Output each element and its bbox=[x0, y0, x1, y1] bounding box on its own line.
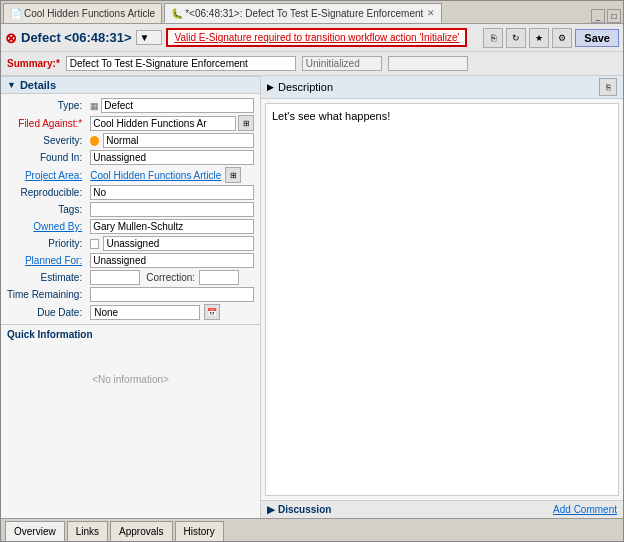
filed-against-field: Cool Hidden Functions Ar ⊞ bbox=[90, 115, 254, 131]
project-area-link[interactable]: Cool Hidden Functions Article bbox=[90, 170, 221, 181]
correction-label: Correction: bbox=[146, 272, 195, 283]
owned-by-label[interactable]: Owned By: bbox=[7, 221, 86, 232]
filed-against-label: Filed Against:* bbox=[7, 118, 86, 129]
type-field: ▦ Defect bbox=[90, 98, 254, 113]
title-bar: ⊗ Defect <06:48:31> ▼ Valid E-Signature … bbox=[1, 24, 623, 52]
estimate-label: Estimate: bbox=[7, 272, 86, 283]
summary-label: Summary:* bbox=[7, 58, 60, 69]
severity-select[interactable]: Normal bbox=[103, 133, 254, 148]
add-comment-link[interactable]: Add Comment bbox=[553, 504, 617, 515]
details-grid: Type: ▦ Defect Filed Against:* Cool Hidd… bbox=[1, 94, 260, 324]
summary-input[interactable] bbox=[66, 56, 296, 71]
due-date-label: Due Date: bbox=[7, 307, 86, 318]
priority-label: Priority: bbox=[7, 238, 86, 249]
type-label: Type: bbox=[7, 100, 86, 111]
tags-input[interactable] bbox=[90, 202, 254, 217]
article-tab-icon: 📄 bbox=[10, 8, 22, 19]
bookmark-toolbar-btn[interactable]: ★ bbox=[529, 28, 549, 48]
tab-overview-label: Overview bbox=[14, 526, 56, 537]
minimize-btn[interactable]: _ bbox=[591, 9, 605, 23]
discussion-arrow[interactable]: ▶ bbox=[267, 504, 275, 515]
description-header: ▶ Description ⎘ bbox=[261, 76, 623, 99]
tags-field bbox=[90, 202, 254, 217]
discussion-title: Discussion bbox=[278, 504, 331, 515]
description-collapse-arrow[interactable]: ▶ bbox=[267, 82, 274, 92]
owned-by-field: Gary Mullen-Schultz bbox=[90, 219, 254, 234]
left-panel: ▼ Details Type: ▦ Defect Filed Against:*… bbox=[1, 76, 261, 518]
found-in-select[interactable]: Unassigned bbox=[90, 150, 254, 165]
filed-against-browse-btn[interactable]: ⊞ bbox=[238, 115, 254, 131]
description-text: Let's see what happens! bbox=[272, 110, 390, 122]
correction-input[interactable] bbox=[199, 270, 239, 285]
details-section-title: Details bbox=[20, 79, 56, 91]
due-date-field: 📅 bbox=[90, 304, 254, 320]
found-in-field: Unassigned bbox=[90, 150, 254, 165]
tab-bar: 📄 Cool Hidden Functions Article 🐛 *<06:4… bbox=[1, 1, 623, 24]
status-extra-dropdown[interactable] bbox=[388, 56, 468, 71]
project-area-field: Cool Hidden Functions Article ⊞ bbox=[90, 167, 254, 183]
project-area-label[interactable]: Project Area: bbox=[7, 170, 86, 181]
tab-links[interactable]: Links bbox=[67, 521, 108, 541]
found-in-label: Found In: bbox=[7, 152, 86, 163]
right-panel: ▶ Description ⎘ Let's see what happens! … bbox=[261, 76, 623, 518]
details-section-header: ▼ Details bbox=[1, 76, 260, 94]
type-select[interactable]: Defect bbox=[101, 98, 254, 113]
validation-error-msg[interactable]: Valid E-Signature required to transition… bbox=[166, 28, 467, 47]
summary-bar: Summary:* Uninitialized bbox=[1, 52, 623, 76]
maximize-btn[interactable]: □ bbox=[607, 9, 621, 23]
defect-title: Defect <06:48:31> bbox=[21, 30, 132, 45]
discussion-label: ▶ Discussion bbox=[267, 504, 331, 515]
type-icon: ▦ bbox=[90, 101, 99, 111]
defect-tab-icon: 🐛 bbox=[171, 8, 183, 19]
defect-tab[interactable]: 🐛 *<06:48:31>: Defect To Test E-Signatur… bbox=[164, 3, 442, 23]
description-section-title: Description bbox=[278, 81, 333, 93]
priority-icon bbox=[90, 239, 99, 249]
quick-info-no-info: <No information> bbox=[7, 344, 254, 385]
status-dropdown[interactable]: Uninitialized bbox=[302, 56, 382, 71]
priority-select[interactable]: Unassigned bbox=[103, 236, 254, 251]
time-remaining-label: Time Remaining: bbox=[7, 289, 86, 300]
severity-field: Normal bbox=[90, 133, 254, 148]
tab-close-btn[interactable]: ✕ bbox=[427, 8, 435, 18]
reproducible-select[interactable]: No bbox=[90, 185, 254, 200]
defect-error-icon: ⊗ bbox=[5, 30, 17, 46]
project-area-btn[interactable]: ⊞ bbox=[225, 167, 241, 183]
discussion-section: ▶ Discussion Add Comment bbox=[261, 500, 623, 518]
details-collapse-arrow[interactable]: ▼ bbox=[7, 80, 16, 90]
time-remaining-field bbox=[90, 287, 254, 302]
refresh-toolbar-btn[interactable]: ↻ bbox=[506, 28, 526, 48]
time-remaining-input[interactable] bbox=[90, 287, 254, 302]
gear-toolbar-btn[interactable]: ⚙ bbox=[552, 28, 572, 48]
tab-history-label: History bbox=[184, 526, 215, 537]
tab-history[interactable]: History bbox=[175, 521, 224, 541]
copy-toolbar-btn[interactable]: ⎘ bbox=[483, 28, 503, 48]
filed-against-select[interactable]: Cool Hidden Functions Ar bbox=[90, 116, 236, 131]
tags-label: Tags: bbox=[7, 204, 86, 215]
tab-links-label: Links bbox=[76, 526, 99, 537]
defect-dropdown-btn[interactable]: ▼ bbox=[136, 30, 163, 45]
reproducible-label: Reproducible: bbox=[7, 187, 86, 198]
description-content[interactable]: Let's see what happens! bbox=[265, 103, 619, 496]
article-tab-label: Cool Hidden Functions Article bbox=[24, 8, 155, 19]
due-date-calendar-btn[interactable]: 📅 bbox=[204, 304, 220, 320]
priority-field: Unassigned bbox=[90, 236, 254, 251]
estimate-field: Correction: bbox=[90, 270, 254, 285]
save-button[interactable]: Save bbox=[575, 29, 619, 47]
article-tab[interactable]: 📄 Cool Hidden Functions Article bbox=[3, 3, 162, 23]
estimate-input[interactable] bbox=[90, 270, 140, 285]
tab-overview[interactable]: Overview bbox=[5, 521, 65, 541]
severity-icon bbox=[90, 136, 99, 146]
planned-for-field: Unassigned bbox=[90, 253, 254, 268]
owned-by-select[interactable]: Gary Mullen-Schultz bbox=[90, 219, 254, 234]
planned-for-select[interactable]: Unassigned bbox=[90, 253, 254, 268]
due-date-input[interactable] bbox=[90, 305, 200, 320]
description-copy-btn[interactable]: ⎘ bbox=[599, 78, 617, 96]
reproducible-field: No bbox=[90, 185, 254, 200]
tab-approvals[interactable]: Approvals bbox=[110, 521, 172, 541]
title-right: ⎘ ↻ ★ ⚙ Save bbox=[483, 28, 619, 48]
planned-for-label[interactable]: Planned For: bbox=[7, 255, 86, 266]
quick-info-section: Quick Information <No information> bbox=[1, 324, 260, 518]
window-controls: _ □ bbox=[591, 9, 621, 23]
main-window: 📄 Cool Hidden Functions Article 🐛 *<06:4… bbox=[0, 0, 624, 542]
quick-info-title: Quick Information bbox=[7, 329, 254, 340]
